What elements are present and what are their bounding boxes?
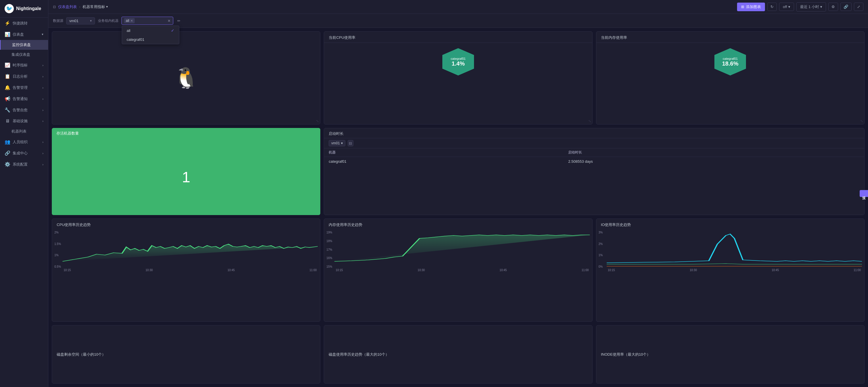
time-range-dropdown[interactable]: 最近 1 小时 ▾ (796, 2, 826, 11)
sidebar-item-dashboard[interactable]: 📊 仪表盘 ▾ (0, 29, 48, 40)
cpu-chart-svg (62, 230, 318, 267)
sidebar-item-system-config[interactable]: ⚙️ 系统配置 › (0, 159, 48, 170)
disk-io-trend-card: 磁盘使用率历史趋势（最大的10个） (324, 325, 592, 384)
io-y-3: 3% (599, 231, 603, 234)
header-actions: ⊞ 添加图表 ↻ off ▾ 最近 1 小时 ▾ ⚙ 🔗 ⤢ (737, 2, 863, 11)
active-machines-value: 1 (52, 139, 320, 215)
cpu-x-label-2: 10:30 (146, 269, 153, 272)
uptime-filter-btn[interactable]: ⊟ (348, 140, 353, 146)
memory-chart-svg (334, 230, 590, 267)
cpu-x-label-3: 10:45 (228, 269, 235, 272)
cpu-hexagon: categraf01 1.4% (442, 48, 474, 76)
resize-handle-icon: ⤡ (316, 119, 319, 123)
logo-icon: 🐦 (5, 4, 14, 13)
sidebar-item-alert-management[interactable]: 🔔 告警管理 › (0, 82, 48, 93)
group-machines-input[interactable]: all ✕ ✕ all ✓ categraf01 (121, 17, 173, 25)
sidebar-item-label: 告警通知 (13, 96, 28, 102)
sidebar-item-quick-jump[interactable]: ⚡ 快捷跳转 (0, 17, 48, 29)
memory-history-card: 内存使用率历史趋势 19% 18% 17% 16% 15% (324, 218, 592, 322)
memory-hexagon-label: categraf01 (723, 57, 738, 60)
io-chart-svg (607, 230, 862, 267)
main-content: ⊡ 仪表盘列表 › 机器常用指标 ▾ ⊞ 添加图表 ↻ off ▾ 最近 1 小… (48, 0, 868, 387)
uptime-machine-header: 机器 (324, 148, 563, 157)
mem-y-18: 18% (327, 240, 332, 243)
auto-refresh-dropdown[interactable]: off ▾ (779, 3, 794, 11)
quick-jump-icon: ⚡ (5, 21, 10, 26)
fullscreen-button[interactable]: ⤢ (854, 3, 863, 11)
sidebar-item-label: 快捷跳转 (13, 21, 28, 26)
sidebar-item-label: 日志分析 (13, 74, 28, 79)
linux-penguin-icon: 🐧 (174, 68, 198, 88)
datasource-select[interactable]: vm01 ▾ (66, 17, 95, 25)
dropdown-option-categraf01[interactable]: categraf01 (122, 35, 179, 44)
sidebar-item-label: 告警自愈 (13, 108, 28, 113)
tag-close-icon[interactable]: ✕ (130, 19, 133, 23)
io-history-card: IO使用率历史趋势 3% 2% 1% 0% 10:15 (596, 218, 865, 322)
sidebar: 🐦 Nightingale ⚡ 快捷跳转 📊 仪表盘 ▾ 监控仪表盘 集成仪表盘… (0, 0, 48, 387)
uptime-card: 启动时长 vm01 ▾ ⊟ 机器 启动时长 categraf01 (324, 128, 865, 215)
mem-x-label-1: 10:15 (336, 269, 343, 272)
cpu-y-label-1: 1% (54, 254, 61, 257)
sidebar-item-alert-self-heal[interactable]: 🔧 告警自愈 › (0, 104, 48, 115)
edit-filter-icon[interactable]: ✏ (177, 19, 181, 23)
dashboard-grid: 🐧 ⤡ 当前CPU使用率 categraf01 1.4% ⤡ 当前内存使用率 (48, 28, 868, 387)
io-x-label-4: 11:00 (854, 269, 861, 272)
cpu-y-label-2: 2% (54, 231, 61, 234)
sidebar-item-label: 告警管理 (13, 85, 28, 90)
breadcrumb-current: 机器常用指标 ▾ (83, 4, 108, 9)
mem-y-17: 17% (327, 248, 332, 251)
mem-y-16: 16% (327, 256, 332, 260)
time-metrics-icon: 📈 (5, 62, 10, 68)
mem-y-15: 15% (327, 265, 332, 268)
refresh-button[interactable]: ↻ (767, 3, 777, 11)
io-y-2: 2% (599, 242, 603, 246)
chevron-down-icon: ▾ (42, 33, 43, 36)
cpu-usage-card: 当前CPU使用率 categraf01 1.4% ⤡ (324, 31, 592, 125)
cpu-y-label-05: 0.5% (54, 265, 61, 268)
sidebar-item-label: 人员组织 (13, 139, 28, 145)
people-icon: 👥 (5, 139, 10, 145)
filter-chevron-icon: ▾ (341, 141, 343, 145)
sidebar-item-integrated-dashboard[interactable]: 集成仪表盘 (0, 50, 48, 60)
io-history-title: IO使用率历史趋势 (596, 219, 864, 228)
breadcrumb-chevron-icon: ▾ (106, 5, 108, 9)
sidebar-item-alert-notification[interactable]: 📢 告警通知 › (0, 93, 48, 104)
toolbar: 数据源 vm01 ▾ 业务组内机器 all ✕ ✕ all ✓ categraf… (48, 14, 868, 28)
cpu-history-title: CPU使用率历史趋势 (52, 219, 320, 228)
filter-clear-icon[interactable]: ✕ (167, 19, 170, 23)
resize-handle-icon3: ⤡ (860, 119, 863, 123)
chevron-right-icon6: › (42, 119, 43, 123)
chart-add-icon: ⊞ (741, 5, 744, 9)
sidebar-item-people-org[interactable]: 👥 人员组织 › (0, 136, 48, 147)
dropdown-chevron-icon: ▾ (788, 5, 790, 9)
settings-button[interactable]: ⚙ (828, 3, 838, 11)
uptime-machine-filter[interactable]: vm01 ▾ (329, 140, 345, 146)
time-chevron-icon: ▾ (820, 5, 822, 9)
cpu-hexagon-label: categraf01 (451, 57, 466, 60)
chevron-right-icon8: › (42, 151, 43, 155)
breadcrumb-link[interactable]: 仪表盘列表 (58, 4, 77, 9)
disk-io-trend-title: 磁盘使用率历史趋势（最大的10个） (329, 352, 389, 357)
feedback-button[interactable]: 反馈 (860, 190, 868, 197)
sidebar-item-infrastructure[interactable]: 🖥 基础设施 › (0, 115, 48, 127)
sidebar-item-label: 基础设施 (13, 118, 28, 124)
chevron-right-icon: › (42, 64, 43, 67)
share-button[interactable]: 🔗 (840, 3, 851, 11)
sidebar-item-time-metrics[interactable]: 📈 时序指标 › (0, 60, 48, 71)
sidebar-item-label: 系统配置 (13, 162, 28, 167)
sidebar-item-log-analysis[interactable]: 📋 日志分析 › (0, 71, 48, 82)
chevron-right-icon3: › (42, 86, 43, 90)
sidebar-sub-item-label: 监控仪表盘 (12, 42, 31, 47)
add-chart-button[interactable]: ⊞ 添加图表 (737, 3, 765, 11)
io-x-label-1: 10:15 (608, 269, 615, 272)
sidebar-item-monitor-dashboard[interactable]: 监控仪表盘 (0, 40, 48, 50)
breadcrumb: ⊡ 仪表盘列表 › 机器常用指标 ▾ (53, 4, 108, 9)
group-machines-label: 业务组内机器 (98, 19, 119, 23)
dropdown-option-all[interactable]: all ✓ (122, 26, 179, 35)
memory-history-title: 内存使用率历史趋势 (324, 219, 592, 228)
memory-hexagon: categraf01 18.6% (714, 48, 746, 76)
sidebar-item-integration-center[interactable]: 🔗 集成中心 › (0, 147, 48, 159)
sidebar-item-machine-list[interactable]: 机器列表 (0, 127, 48, 136)
chevron-right-icon5: › (42, 108, 43, 112)
check-icon: ✓ (171, 28, 175, 33)
